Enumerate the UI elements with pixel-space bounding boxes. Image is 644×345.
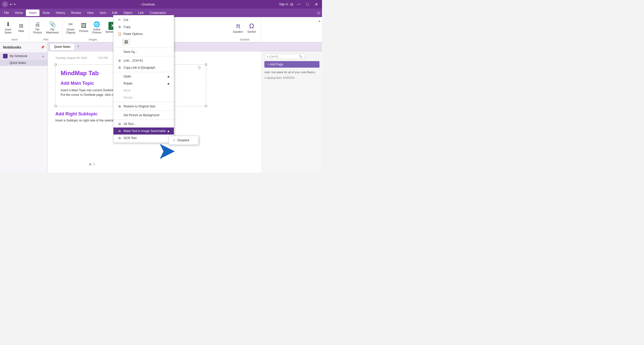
back-button[interactable]: ← (2, 1, 8, 7)
tab-quick-notes[interactable]: Quick Notes (50, 43, 75, 50)
ctx-ocr-icon: ⧉ (117, 136, 122, 140)
ribbon-online-pictures[interactable]: 🌐 OnlinePictures (91, 19, 103, 37)
submenu-searchable: ✓ Disabled (169, 136, 199, 145)
pin-icon[interactable]: 📌 (41, 46, 45, 49)
ctx-order-icon (117, 74, 122, 78)
ctx-order[interactable]: Order ▶ (113, 73, 174, 80)
close-button[interactable]: ✕ (313, 2, 320, 7)
submenu-disabled[interactable]: ✓ Disabled (169, 137, 198, 144)
menu-insert[interactable]: Insert (26, 10, 39, 16)
resize-handle-tl[interactable] (55, 64, 57, 66)
ctx-set-picture[interactable]: Set Picture as Background (113, 112, 174, 119)
ctx-searchable-arrow: ▶ (168, 130, 170, 133)
sidebar-item-quick-notes[interactable]: Quick Notes (0, 60, 48, 66)
ctx-copy[interactable]: ⧉ Copy (113, 23, 174, 30)
restore-button[interactable]: □ (304, 2, 311, 7)
notebook-name: My Notebook (10, 54, 27, 58)
ribbon-group-insert: ⬇ InsertSpace ⊞ Table Insert (0, 18, 29, 41)
screen-clipping-icon: ✂ (68, 21, 73, 28)
file-printout-icon: 🖨 (35, 21, 40, 28)
quick-access: ▾ (14, 3, 16, 6)
ctx-ocr-text[interactable]: ⧉ OCR Text (113, 135, 174, 142)
ctx-resize: Resize (113, 94, 174, 101)
ctx-make-searchable[interactable]: ⧉ Make Text in Image Searchable ▶ (113, 127, 174, 135)
cut-icon: ✂ (117, 18, 122, 22)
search-box[interactable]: h (Ctrl+E) 🔍 (264, 54, 305, 59)
right-panel-date: n clipping taken: 8/30/2016 (264, 76, 319, 79)
menu-file[interactable]: File (1, 10, 12, 16)
ctx-alt-text-icon: ⧉ (117, 122, 122, 126)
page-date: Tuesday, August 30, 2016 (55, 56, 87, 59)
ribbon-insert-space[interactable]: ⬇ InsertSpace (2, 19, 14, 37)
menu-review[interactable]: Review (68, 10, 84, 16)
undo-button[interactable]: ↩ (10, 2, 13, 6)
ctx-copy-link[interactable]: ⧉ Copy Link to Paragraph (113, 64, 174, 71)
ribbon-table[interactable]: ⊞ Table (15, 19, 27, 37)
ribbon-file-printout[interactable]: 🖨 FilePrintout (31, 19, 44, 37)
ctx-copy-link-icon: ⧉ (117, 66, 122, 70)
notebooks-header: Notebooks 📌 (0, 44, 48, 50)
sidebar: Notebooks 📌 My Notebook ▲ Quick Notes (0, 42, 48, 172)
content-area: Quick Notes + Tuesday, August 30, 2016 7… (48, 42, 322, 172)
search-icon[interactable]: 🔍 (299, 55, 302, 58)
sign-in-button[interactable]: Sign in (279, 3, 288, 6)
ctx-resize-icon (117, 96, 122, 100)
check-icon: ✓ (173, 139, 175, 142)
ribbon-symbol[interactable]: Ω Symbol (246, 19, 258, 37)
svg-marker-0 (160, 144, 175, 159)
ctx-separator-2 (113, 56, 174, 56)
ctx-save-as[interactable]: Save As... (113, 48, 174, 55)
resize-handle-tr[interactable] (205, 64, 207, 66)
ribbon-file-attachment[interactable]: 📎 FileAttachment (45, 19, 60, 37)
ribbon-equation[interactable]: π Equation (232, 19, 245, 37)
add-page-btn[interactable]: + Add Page (264, 61, 319, 68)
smiley-icon: ☺ (316, 10, 321, 16)
ctx-cut[interactable]: ✂ Cut (113, 16, 174, 23)
notebook-collapse-button[interactable]: ▲ (42, 55, 45, 58)
menu-view[interactable]: View (84, 10, 97, 16)
notebooks-title: Notebooks (3, 45, 21, 49)
tab-bar: Quick Notes + (48, 42, 322, 51)
ctx-paste-options[interactable]: 📋 Paste Options: (113, 30, 174, 37)
menu-history[interactable]: History (53, 10, 68, 16)
ctx-paste-image[interactable]: 🖼 (113, 37, 174, 47)
ctx-link-icon: ⧉ (117, 59, 122, 63)
page-content: Tuesday, August 30, 2016 7:07 PM ⠿ MindM… (48, 51, 322, 172)
ctx-separator-1 (113, 47, 174, 48)
search-placeholder: h (Ctrl+E) (267, 55, 278, 58)
ctx-set-picture-icon (117, 113, 122, 117)
ribbon-collapse-button[interactable]: ▲ (318, 19, 321, 23)
ctx-rotate[interactable]: Rotate ▶ (113, 80, 174, 87)
sidebar-item-my-notebook[interactable]: My Notebook ▲ (0, 52, 48, 60)
resize-handle-br[interactable] (205, 105, 207, 107)
ribbon-group-files: 🖨 FilePrintout 📎 FileAttachment Files (29, 18, 63, 41)
right-panel-text: note: one place for all of your note Bas… (264, 70, 319, 74)
resize-handle-bl[interactable] (55, 105, 57, 107)
menu-home[interactable]: Home (12, 10, 26, 16)
ribbon-screen-clipping[interactable]: ✂ ScreenClipping (65, 19, 77, 37)
arrow-pointer (160, 144, 180, 159)
minimize-button[interactable]: ─ (295, 2, 302, 7)
ctx-rotate-arrow: ▶ (168, 82, 170, 85)
save-as-icon (117, 50, 122, 54)
ribbon-pictures[interactable]: 🖼 Pictures (78, 19, 90, 37)
expand-handle[interactable]: ▶ (89, 162, 92, 166)
resize-handle-left[interactable] (93, 163, 95, 165)
notebook-icon (3, 54, 8, 58)
window-layout-icon[interactable]: ⊟ (290, 2, 293, 6)
image-dots: ⠿ (198, 66, 201, 70)
ctx-separator-3 (113, 72, 174, 72)
ctx-restore[interactable]: ⧉ Restore to Original Size (113, 103, 174, 110)
ctx-link[interactable]: ⧉ Link... (Ctrl+K) (113, 57, 174, 64)
ribbon-group-symbols: π Equation Ω Symbol Symbols (229, 18, 261, 41)
add-tab-button[interactable]: + (75, 43, 82, 50)
ctx-alt-text[interactable]: ⧉ Alt Text... (113, 120, 174, 127)
right-panel: h (Ctrl+E) 🔍 + Add Page note: one place … (262, 51, 322, 172)
title-bar: ← ↩ ▾ - OneNote Sign in ⊟ ─ □ ✕ (0, 0, 322, 9)
equation-icon: π (236, 22, 240, 30)
ctx-separator-6 (113, 119, 174, 120)
menu-gem[interactable]: Gem (97, 10, 109, 16)
copy-icon: ⧉ (117, 25, 122, 29)
online-pictures-icon: 🌐 (93, 21, 100, 28)
menu-draw[interactable]: Draw (39, 10, 53, 16)
